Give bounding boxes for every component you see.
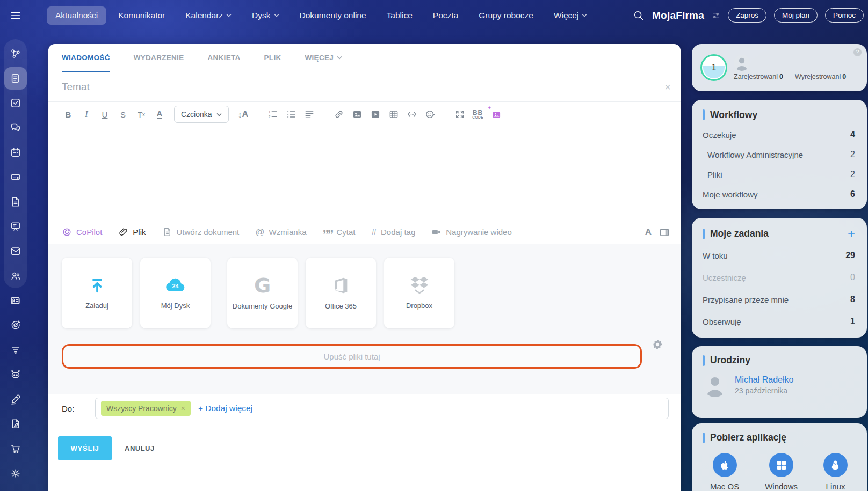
- sign-pen-icon[interactable]: [4, 388, 27, 411]
- menu-icon[interactable]: [0, 10, 31, 21]
- my-plan-button[interactable]: Mój plan: [774, 8, 818, 23]
- marketing-target-icon[interactable]: [4, 314, 27, 336]
- help-button[interactable]: Pomoc: [825, 8, 864, 23]
- documents-icon[interactable]: [4, 190, 27, 213]
- table-icon[interactable]: [386, 106, 402, 122]
- file-dropzone[interactable]: Upuść pliki tutaj: [62, 344, 642, 369]
- nav-grupy-robocze[interactable]: Grupy robocze: [470, 6, 542, 25]
- send-button[interactable]: WYŚLIJ: [58, 436, 112, 460]
- italic-button[interactable]: I: [78, 106, 95, 122]
- mention-button[interactable]: @ Wzmianka: [255, 227, 306, 238]
- nav-poczta[interactable]: Poczta: [424, 6, 467, 25]
- e-sign-document-icon[interactable]: [4, 413, 27, 435]
- message-editor[interactable]: [48, 127, 681, 220]
- add-task-icon[interactable]: +: [848, 228, 855, 240]
- office365-card[interactable]: Office 365: [306, 258, 376, 328]
- bbcode-icon[interactable]: BBCODE: [470, 106, 486, 122]
- macos-app-button[interactable]: Mac OS: [710, 453, 739, 491]
- employees-icon[interactable]: [4, 265, 27, 287]
- invite-button[interactable]: Zaproś: [728, 8, 766, 23]
- help-icon[interactable]: ?: [853, 48, 862, 56]
- workflow-row-pliki[interactable]: Pliki2: [703, 165, 855, 185]
- birthday-person[interactable]: Michał Radełko 23 października: [703, 372, 855, 397]
- cancel-button[interactable]: ANULUJ: [125, 444, 155, 452]
- fullscreen-icon[interactable]: [452, 106, 468, 122]
- copilot-button[interactable]: CoPilot: [62, 227, 102, 237]
- crm-card-icon[interactable]: [4, 289, 27, 312]
- bold-button[interactable]: B: [60, 106, 76, 122]
- strikethrough-button[interactable]: S: [115, 106, 131, 122]
- text-color-button[interactable]: A: [151, 106, 168, 122]
- nav-komunikator[interactable]: Komunikator: [110, 6, 173, 25]
- mail-icon[interactable]: [4, 240, 27, 262]
- clear-format-button[interactable]: Tx: [133, 106, 149, 122]
- add-more-recipients-link[interactable]: + Dodaj więcej: [198, 404, 252, 413]
- tab-plik[interactable]: PLIK: [264, 44, 281, 72]
- shop-cart-icon[interactable]: [4, 437, 27, 460]
- unregistered-stat[interactable]: Wyrejestrowani0: [795, 73, 846, 80]
- nav-dokumenty-online[interactable]: Dokumenty online: [291, 6, 375, 25]
- news-feed-icon[interactable]: [4, 67, 27, 90]
- nav-kalendarz[interactable]: Kalendarz: [177, 6, 240, 25]
- settings-gear-icon[interactable]: [4, 462, 27, 485]
- linux-app-button[interactable]: Linux: [823, 453, 848, 491]
- underline-button[interactable]: U: [97, 106, 113, 122]
- font-size-button[interactable]: ↕A: [235, 106, 251, 122]
- drive-icon[interactable]: [4, 166, 27, 188]
- my-drive-card[interactable]: 24 Mój Dysk: [140, 258, 211, 328]
- recipient-tag[interactable]: Wszyscy Pracownicy ×: [101, 401, 191, 416]
- record-video-button[interactable]: Nagrywanie wideo: [431, 227, 512, 237]
- video-icon[interactable]: [367, 106, 384, 122]
- avatar[interactable]: [734, 55, 750, 71]
- network-icon[interactable]: [4, 42, 27, 65]
- add-tag-button[interactable]: # Dodaj tag: [372, 227, 416, 238]
- close-icon[interactable]: ×: [664, 82, 671, 92]
- tab-ankieta[interactable]: ANKIETA: [207, 44, 240, 72]
- registered-stat[interactable]: Zarejestrowani0: [734, 73, 783, 80]
- workflow-row-moje[interactable]: Moje workflowy6: [703, 185, 855, 204]
- site-switcher-icon[interactable]: [712, 11, 720, 20]
- image-icon[interactable]: [349, 106, 365, 122]
- panel-layout-icon[interactable]: [659, 227, 670, 238]
- numbered-list-icon[interactable]: 12: [265, 106, 281, 122]
- align-icon[interactable]: [301, 106, 317, 122]
- subject-input[interactable]: [62, 81, 664, 93]
- emoji-icon[interactable]: [422, 106, 438, 122]
- task-row-w-toku[interactable]: W toku29: [703, 245, 855, 267]
- workflow-row-administracyjne[interactable]: Workflowy Administracyjne2: [703, 145, 855, 165]
- nav-wiecej[interactable]: Więcej: [545, 6, 596, 25]
- nav-dysk[interactable]: Dysk: [243, 6, 287, 25]
- font-family-select[interactable]: Czcionka: [174, 106, 229, 123]
- create-document-button[interactable]: Utwórz dokument: [162, 227, 240, 237]
- google-docs-card[interactable]: G Dokumenty Google: [227, 258, 298, 328]
- tab-wiadomosc[interactable]: WIADOMOŚĆ: [62, 44, 110, 72]
- sales-funnel-icon[interactable]: [4, 339, 27, 361]
- text-mode-button[interactable]: A: [645, 227, 652, 238]
- whiteboard-icon[interactable]: [4, 215, 27, 238]
- link-icon[interactable]: [331, 106, 347, 122]
- birthday-name[interactable]: Michał Radełko: [735, 375, 793, 385]
- quote-button[interactable]: ”” Cytat: [323, 228, 356, 237]
- upload-settings-gear-icon[interactable]: [652, 339, 663, 350]
- task-row-obserwuje[interactable]: Obserwuję1: [703, 311, 855, 333]
- recipients-input[interactable]: Wszyscy Pracownicy × + Dodaj więcej: [95, 398, 669, 419]
- upload-file-card[interactable]: Załaduj: [62, 258, 132, 328]
- dropbox-card[interactable]: Dropbox: [384, 258, 454, 328]
- workflow-row-oczekuje[interactable]: Oczekuje4: [703, 125, 855, 145]
- ai-bot-icon[interactable]: [4, 363, 27, 386]
- task-row-uczestnicze[interactable]: Uczestniczę0: [703, 267, 855, 289]
- ai-image-icon[interactable]: ✦: [488, 106, 504, 122]
- bullet-list-icon[interactable]: [283, 106, 299, 122]
- windows-app-button[interactable]: Windows: [765, 453, 798, 491]
- file-attach-button[interactable]: Plik: [118, 227, 146, 237]
- tab-wydarzenie[interactable]: WYDARZENIE: [134, 44, 184, 72]
- code-icon[interactable]: [404, 106, 420, 122]
- search-icon[interactable]: [633, 10, 645, 21]
- tasks-icon[interactable]: [4, 92, 27, 114]
- calendar-icon[interactable]: [4, 141, 27, 164]
- nav-aktualnosci[interactable]: Aktualności: [47, 6, 106, 25]
- task-row-przypisane[interactable]: Przypisane przeze mnie8: [703, 289, 855, 311]
- tab-wiecej[interactable]: WIĘCEJ: [305, 44, 343, 72]
- registration-gauge[interactable]: 1: [700, 54, 727, 81]
- nav-tablice[interactable]: Tablice: [378, 6, 421, 25]
